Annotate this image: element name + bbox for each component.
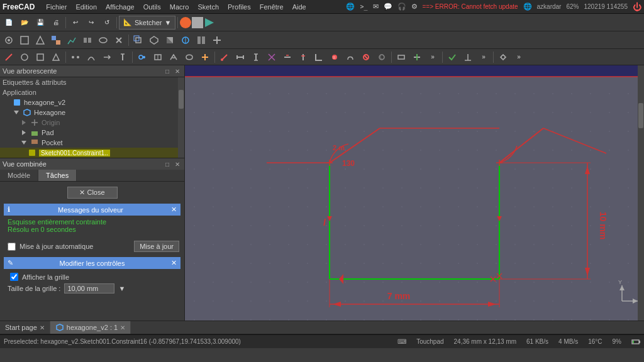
sk-constraint-1[interactable] <box>217 50 232 65</box>
tree-scroll-thumb[interactable] <box>179 90 184 109</box>
solver-close-icon[interactable]: ✕ <box>171 206 177 214</box>
combined-close-icon[interactable]: ✕ <box>173 160 182 168</box>
close-button[interactable]: ✕ Close <box>67 187 118 199</box>
view-3d-5[interactable] <box>194 33 209 48</box>
view-tool-5[interactable] <box>64 33 79 48</box>
tree-close-icon[interactable]: ✕ <box>173 67 182 75</box>
sk-tool-4[interactable] <box>48 50 64 65</box>
view-3d-2[interactable] <box>147 33 162 48</box>
tree-item-origin[interactable]: Origin <box>0 118 184 128</box>
print-btn[interactable]: 🖨 <box>48 15 64 30</box>
auto-update-checkbox[interactable] <box>8 243 16 251</box>
undo-btn[interactable]: ↩ <box>68 15 83 30</box>
sk-tool-8[interactable] <box>115 50 130 65</box>
sk-constraint-6[interactable] <box>296 50 311 65</box>
toolbar-row-3: = L » » » <box>0 49 644 65</box>
sk-tool-5[interactable] <box>68 50 83 65</box>
tab-start-page[interactable]: Start page ✕ <box>0 321 50 334</box>
controls-close-icon[interactable]: ✕ <box>171 259 177 267</box>
menu-profiles[interactable]: Profiles <box>224 2 255 12</box>
save-btn[interactable]: 💾 <box>33 15 48 30</box>
view-3d-1[interactable] <box>131 33 146 48</box>
sk-tool-3[interactable] <box>33 50 48 65</box>
sk-constraint-11[interactable]: L <box>374 50 389 65</box>
sk-constraint-7[interactable] <box>311 50 326 65</box>
sk-tool-6[interactable] <box>84 50 99 65</box>
menu-macro[interactable]: Macro <box>166 2 193 12</box>
tree-item-pad[interactable]: Pad <box>0 128 184 138</box>
view-3d-6[interactable] <box>209 33 225 48</box>
sk-extra-3[interactable]: » <box>476 50 491 65</box>
sk-constraint-5[interactable] <box>280 50 295 65</box>
sk-tool-11[interactable] <box>166 50 181 65</box>
sk-tool-12[interactable] <box>182 50 197 65</box>
tree-expand-icon[interactable]: □ <box>163 67 172 75</box>
sk-constraint-4[interactable] <box>264 50 279 65</box>
tab-modele[interactable]: Modèle <box>0 170 38 181</box>
sk-more-3[interactable]: » <box>511 50 526 65</box>
new-file-btn[interactable]: 📄 <box>1 15 16 30</box>
username: azkardar <box>537 3 562 10</box>
open-file-btn[interactable]: 📂 <box>17 15 32 30</box>
sk-constraint-8[interactable]: = <box>327 50 342 65</box>
sk-settings[interactable] <box>496 50 511 65</box>
sk-more-btn[interactable]: » <box>425 50 440 65</box>
canvas-vscrollbar[interactable] <box>638 65 644 321</box>
workbench-dropdown[interactable]: 📐 Sketcher ▼ <box>119 16 175 30</box>
view-tool-1[interactable] <box>1 33 16 48</box>
start-page-close-icon[interactable]: ✕ <box>40 324 45 331</box>
sk-tool-9[interactable] <box>135 50 150 65</box>
sk-more-2[interactable] <box>409 50 425 65</box>
menu-fenetre[interactable]: Fenêtre <box>256 2 287 12</box>
tab-taches[interactable]: Tâches <box>38 170 77 181</box>
menu-edition[interactable]: Edition <box>72 2 101 12</box>
sk-constraint-9[interactable] <box>343 50 358 65</box>
sk-tool-1[interactable] <box>1 50 16 65</box>
menu-sketch[interactable]: Sketch <box>194 2 223 12</box>
menu-aide[interactable]: Aide <box>289 2 310 12</box>
menu-fichier[interactable]: Fichier <box>42 2 70 12</box>
redo-btn[interactable]: ↪ <box>84 15 99 30</box>
view-tool-8[interactable] <box>111 33 126 48</box>
power-button[interactable]: ⏻ <box>633 2 641 12</box>
menu-affichage[interactable]: Affichage <box>102 2 138 12</box>
combined-expand-icon[interactable]: □ <box>163 160 172 168</box>
canvas-vscroll-thumb[interactable] <box>638 103 643 128</box>
sk-tool-13[interactable] <box>197 50 213 65</box>
settings-icon[interactable]: ⚙ <box>411 3 418 11</box>
grid-size-input[interactable] <box>64 283 114 293</box>
sk-tool-10[interactable] <box>150 50 165 65</box>
refresh-btn[interactable]: ↺ <box>99 15 114 30</box>
pause-btn[interactable] <box>204 17 215 28</box>
hexagone-tab-close-icon[interactable]: ✕ <box>120 324 125 331</box>
svg-marker-68 <box>22 130 26 135</box>
sk-extra-2[interactable] <box>460 50 475 65</box>
sk-more-1[interactable] <box>394 50 409 65</box>
sk-constraint-2[interactable] <box>233 50 248 65</box>
grid-checkbox[interactable] <box>10 273 18 281</box>
view-tool-2[interactable] <box>17 33 32 48</box>
view-tool-4[interactable] <box>48 33 64 48</box>
sk-constraint-10[interactable] <box>358 50 374 65</box>
svg-marker-4 <box>36 36 44 44</box>
tab-hexagone-v2[interactable]: hexagone_v2 : 1 ✕ <box>50 321 131 334</box>
sk-constraint-3[interactable] <box>248 50 264 65</box>
tree-item-pocket[interactable]: Pocket <box>0 138 184 148</box>
view-tool-3[interactable] <box>33 33 48 48</box>
view-3d-3[interactable] <box>162 33 177 48</box>
tree-item-hexagone[interactable]: Hexagone <box>0 107 184 118</box>
sk-tool-7[interactable] <box>99 50 114 65</box>
stop-btn[interactable] <box>192 17 203 28</box>
view-tool-6[interactable] <box>80 33 95 48</box>
update-button[interactable]: Mise à jour <box>134 241 179 252</box>
tree-item-root[interactable]: hexagone_v2 <box>0 97 184 107</box>
grid-size-arrow-icon[interactable]: ▼ <box>118 285 125 292</box>
sk-tool-2[interactable] <box>17 50 32 65</box>
record-btn[interactable] <box>180 17 191 28</box>
tree-scrollbar[interactable] <box>178 77 184 158</box>
sk-extra-1[interactable] <box>445 50 460 65</box>
menu-outils[interactable]: Outils <box>140 2 165 12</box>
tree-item-sketch[interactable]: Sketch001.Constraint1.. <box>0 148 184 158</box>
view-tool-7[interactable] <box>96 33 111 48</box>
view-3d-4[interactable] <box>178 33 193 48</box>
